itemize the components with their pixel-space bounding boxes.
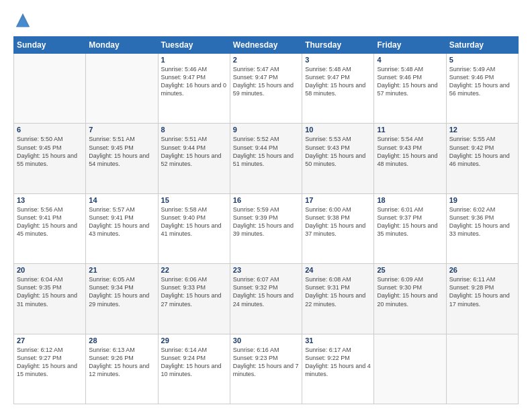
day-info: Sunrise: 6:01 AM Sunset: 9:37 PM Dayligh… — [377, 205, 443, 238]
calendar-cell: 17Sunrise: 6:00 AM Sunset: 9:38 PM Dayli… — [302, 193, 374, 263]
day-info: Sunrise: 6:00 AM Sunset: 9:38 PM Dayligh… — [305, 205, 371, 238]
day-info: Sunrise: 5:55 AM Sunset: 9:42 PM Dayligh… — [449, 135, 515, 168]
day-number: 24 — [305, 266, 371, 274]
calendar-cell: 13Sunrise: 5:56 AM Sunset: 9:41 PM Dayli… — [14, 193, 86, 263]
calendar: SundayMondayTuesdayWednesdayThursdayFrid… — [13, 36, 519, 404]
calendar-cell: 29Sunrise: 6:14 AM Sunset: 9:24 PM Dayli… — [158, 334, 230, 404]
day-number: 26 — [449, 266, 515, 274]
calendar-cell: 12Sunrise: 5:55 AM Sunset: 9:42 PM Dayli… — [446, 124, 518, 193]
day-of-week-header: Sunday — [14, 37, 86, 54]
calendar-header-row: SundayMondayTuesdayWednesdayThursdayFrid… — [14, 37, 519, 54]
day-info: Sunrise: 6:05 AM Sunset: 9:34 PM Dayligh… — [89, 275, 154, 308]
calendar-cell: 31Sunrise: 6:17 AM Sunset: 9:22 PM Dayli… — [302, 334, 374, 404]
day-info: Sunrise: 5:49 AM Sunset: 9:46 PM Dayligh… — [449, 65, 515, 98]
calendar-cell: 4Sunrise: 5:48 AM Sunset: 9:46 PM Daylig… — [374, 54, 446, 124]
calendar-cell: 10Sunrise: 5:53 AM Sunset: 9:43 PM Dayli… — [302, 124, 374, 193]
calendar-week-row: 27Sunrise: 6:12 AM Sunset: 9:27 PM Dayli… — [14, 334, 519, 404]
day-info: Sunrise: 6:14 AM Sunset: 9:24 PM Dayligh… — [161, 346, 227, 379]
day-number: 1 — [161, 56, 227, 64]
day-info: Sunrise: 5:52 AM Sunset: 9:44 PM Dayligh… — [233, 135, 299, 168]
day-number: 18 — [377, 196, 443, 204]
day-info: Sunrise: 5:53 AM Sunset: 9:43 PM Dayligh… — [305, 135, 371, 168]
calendar-cell — [446, 334, 518, 404]
calendar-cell: 6Sunrise: 5:50 AM Sunset: 9:45 PM Daylig… — [14, 124, 86, 193]
day-number: 4 — [377, 56, 443, 64]
day-info: Sunrise: 6:12 AM Sunset: 9:27 PM Dayligh… — [17, 346, 83, 379]
calendar-week-row: 1Sunrise: 5:46 AM Sunset: 9:47 PM Daylig… — [14, 54, 519, 124]
day-info: Sunrise: 5:51 AM Sunset: 9:44 PM Dayligh… — [161, 135, 227, 168]
day-info: Sunrise: 5:57 AM Sunset: 9:41 PM Dayligh… — [89, 205, 154, 238]
day-number: 8 — [161, 126, 227, 134]
day-number: 29 — [161, 336, 227, 345]
calendar-cell: 8Sunrise: 5:51 AM Sunset: 9:44 PM Daylig… — [158, 124, 230, 193]
calendar-cell: 19Sunrise: 6:02 AM Sunset: 9:36 PM Dayli… — [446, 193, 518, 263]
day-of-week-header: Tuesday — [158, 37, 230, 54]
day-number: 28 — [89, 336, 154, 345]
calendar-cell: 11Sunrise: 5:54 AM Sunset: 9:43 PM Dayli… — [374, 124, 446, 193]
day-number: 3 — [305, 56, 371, 64]
logo — [13, 11, 35, 30]
day-of-week-header: Wednesday — [230, 37, 302, 54]
day-number: 5 — [449, 56, 515, 64]
day-number: 12 — [449, 126, 515, 134]
day-number: 30 — [233, 336, 299, 345]
calendar-cell: 15Sunrise: 5:58 AM Sunset: 9:40 PM Dayli… — [158, 193, 230, 263]
day-number: 10 — [305, 126, 371, 134]
day-number: 9 — [233, 126, 299, 134]
calendar-cell: 21Sunrise: 6:05 AM Sunset: 9:34 PM Dayli… — [86, 264, 158, 334]
calendar-cell: 3Sunrise: 5:48 AM Sunset: 9:47 PM Daylig… — [302, 54, 374, 124]
calendar-cell — [14, 54, 86, 124]
calendar-cell — [86, 54, 158, 124]
day-info: Sunrise: 6:08 AM Sunset: 9:31 PM Dayligh… — [305, 275, 371, 308]
calendar-cell: 16Sunrise: 5:59 AM Sunset: 9:39 PM Dayli… — [230, 193, 302, 263]
day-number: 14 — [89, 196, 154, 204]
day-info: Sunrise: 6:13 AM Sunset: 9:26 PM Dayligh… — [89, 346, 154, 379]
calendar-cell: 14Sunrise: 5:57 AM Sunset: 9:41 PM Dayli… — [86, 193, 158, 263]
day-of-week-header: Monday — [86, 37, 158, 54]
day-info: Sunrise: 6:17 AM Sunset: 9:22 PM Dayligh… — [305, 346, 371, 379]
day-info: Sunrise: 6:07 AM Sunset: 9:32 PM Dayligh… — [233, 275, 299, 308]
calendar-week-row: 20Sunrise: 6:04 AM Sunset: 9:35 PM Dayli… — [14, 264, 519, 334]
day-info: Sunrise: 5:59 AM Sunset: 9:39 PM Dayligh… — [233, 205, 299, 238]
calendar-cell: 30Sunrise: 6:16 AM Sunset: 9:23 PM Dayli… — [230, 334, 302, 404]
day-number: 15 — [161, 196, 227, 204]
day-info: Sunrise: 5:51 AM Sunset: 9:45 PM Dayligh… — [89, 135, 154, 168]
day-number: 16 — [233, 196, 299, 204]
header — [13, 11, 519, 30]
calendar-cell: 27Sunrise: 6:12 AM Sunset: 9:27 PM Dayli… — [14, 334, 86, 404]
page: SundayMondayTuesdayWednesdayThursdayFrid… — [0, 0, 532, 411]
calendar-cell: 1Sunrise: 5:46 AM Sunset: 9:47 PM Daylig… — [158, 54, 230, 124]
day-info: Sunrise: 5:47 AM Sunset: 9:47 PM Dayligh… — [233, 65, 299, 98]
day-of-week-header: Thursday — [302, 37, 374, 54]
day-number: 13 — [17, 196, 83, 204]
day-number: 21 — [89, 266, 154, 274]
calendar-cell — [374, 334, 446, 404]
calendar-week-row: 6Sunrise: 5:50 AM Sunset: 9:45 PM Daylig… — [14, 124, 519, 193]
calendar-week-row: 13Sunrise: 5:56 AM Sunset: 9:41 PM Dayli… — [14, 193, 519, 263]
day-number: 20 — [17, 266, 83, 274]
day-number: 2 — [233, 56, 299, 64]
calendar-cell: 24Sunrise: 6:08 AM Sunset: 9:31 PM Dayli… — [302, 264, 374, 334]
logo-icon — [13, 11, 32, 30]
calendar-cell: 5Sunrise: 5:49 AM Sunset: 9:46 PM Daylig… — [446, 54, 518, 124]
day-info: Sunrise: 6:04 AM Sunset: 9:35 PM Dayligh… — [17, 275, 83, 308]
day-number: 19 — [449, 196, 515, 204]
day-info: Sunrise: 6:11 AM Sunset: 9:28 PM Dayligh… — [449, 275, 515, 308]
day-number: 7 — [89, 126, 154, 134]
calendar-cell: 22Sunrise: 6:06 AM Sunset: 9:33 PM Dayli… — [158, 264, 230, 334]
day-of-week-header: Friday — [374, 37, 446, 54]
calendar-cell: 26Sunrise: 6:11 AM Sunset: 9:28 PM Dayli… — [446, 264, 518, 334]
day-number: 27 — [17, 336, 83, 345]
calendar-cell: 28Sunrise: 6:13 AM Sunset: 9:26 PM Dayli… — [86, 334, 158, 404]
day-info: Sunrise: 5:50 AM Sunset: 9:45 PM Dayligh… — [17, 135, 83, 168]
day-of-week-header: Saturday — [446, 37, 518, 54]
day-info: Sunrise: 6:16 AM Sunset: 9:23 PM Dayligh… — [233, 346, 299, 379]
day-number: 17 — [305, 196, 371, 204]
day-number: 11 — [377, 126, 443, 134]
day-number: 22 — [161, 266, 227, 274]
day-number: 31 — [305, 336, 371, 345]
day-info: Sunrise: 6:09 AM Sunset: 9:30 PM Dayligh… — [377, 275, 443, 308]
day-info: Sunrise: 5:48 AM Sunset: 9:46 PM Dayligh… — [377, 65, 443, 98]
day-info: Sunrise: 5:46 AM Sunset: 9:47 PM Dayligh… — [161, 65, 227, 98]
day-number: 6 — [17, 126, 83, 134]
